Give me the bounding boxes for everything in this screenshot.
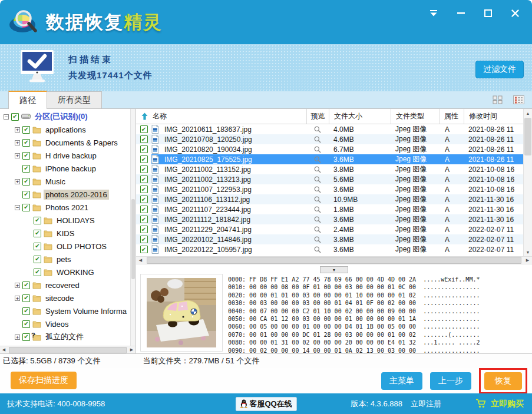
file-row[interactable]: ✔IMG_20210825_175525.jpg3.6MBJpeg 图像A202…: [136, 154, 523, 164]
preview-magnifier-icon[interactable]: [306, 174, 329, 184]
recover-button[interactable]: 恢复: [484, 372, 522, 390]
hscroll-right-arrow[interactable]: ▶: [523, 258, 532, 263]
tree-checkbox[interactable]: ✔: [22, 126, 30, 134]
tree-expander-icon[interactable]: +: [15, 283, 20, 288]
tree-checkbox[interactable]: ✔: [22, 178, 30, 186]
tree-item[interactable]: ✔Videos: [0, 317, 130, 330]
tree-item[interactable]: ✔iPhone backup: [0, 162, 130, 175]
tree-item[interactable]: ✔photos 2020-2016: [0, 188, 130, 201]
tree-item[interactable]: ✔KIDS: [0, 227, 130, 240]
tree-expander-icon[interactable]: −: [15, 205, 20, 210]
preview-magnifier-icon[interactable]: [306, 164, 329, 174]
file-row[interactable]: ✔IMG_20220102_114846.jpg3.8MBJpeg 图像A202…: [136, 234, 523, 244]
file-row[interactable]: ✔IMG_20211007_122953.jpg3.6MBJpeg 图像A202…: [136, 184, 523, 194]
tree-checkbox[interactable]: ✔: [34, 256, 41, 263]
filter-files-button[interactable]: 过滤文件: [475, 61, 524, 78]
preview-magnifier-icon[interactable]: [306, 194, 329, 204]
file-checkbox[interactable]: ✔: [140, 135, 148, 143]
file-row[interactable]: ✔IMG_20210611_183637.jpg4.0MBJpeg 图像A202…: [136, 124, 523, 134]
file-row[interactable]: ✔IMG_20211107_223444.jpg1.8MBJpeg 图像A202…: [136, 204, 523, 214]
tree-hscroll-left-arrow[interactable]: ◀: [0, 347, 8, 352]
tree-item[interactable]: +✔?孤立的文件: [0, 330, 130, 343]
preview-magnifier-icon[interactable]: [306, 124, 329, 134]
preview-magnifier-icon[interactable]: [306, 184, 329, 194]
preview-magnifier-icon[interactable]: [306, 134, 329, 144]
qq-support-button[interactable]: 客服QQ在线: [235, 397, 296, 411]
tree-checkbox[interactable]: ✔: [22, 320, 30, 328]
tree-item[interactable]: −✔Photos 2021: [0, 201, 130, 214]
vscroll-up-arrow[interactable]: ▲: [524, 109, 532, 117]
hscroll-thumb[interactable]: [147, 257, 521, 264]
file-checkbox[interactable]: ✔: [140, 226, 148, 233]
tree-checkbox[interactable]: ✔: [22, 294, 30, 302]
tree-checkbox[interactable]: ✔: [22, 152, 30, 160]
file-row[interactable]: ✔IMG_20210820_190034.jpg6.7MBJpeg 图像A202…: [136, 144, 523, 154]
vscroll-thumb[interactable]: [524, 118, 531, 155]
save-scan-progress-button[interactable]: 保存扫描进度: [11, 372, 77, 389]
register-link[interactable]: 立即注册: [411, 399, 441, 409]
tree-hscroll-right-arrow[interactable]: ▶: [128, 347, 136, 352]
main-menu-button[interactable]: 主菜单: [381, 372, 422, 390]
file-checkbox[interactable]: ✔: [140, 196, 148, 203]
tree-checkbox[interactable]: ✔: [22, 281, 30, 289]
tree-item[interactable]: +✔applications: [0, 123, 130, 136]
tree-item[interactable]: ✔OLD PHOTOS: [0, 240, 130, 253]
tree-checkbox[interactable]: ✔: [34, 269, 41, 276]
file-checkbox[interactable]: ✔: [140, 125, 148, 133]
file-list-vertical-scrollbar[interactable]: ▲ ▼: [523, 109, 532, 256]
tree-expander-icon[interactable]: −: [4, 114, 9, 120]
tree-checkbox[interactable]: ✔: [22, 333, 30, 341]
tree-item[interactable]: +✔sitecode: [0, 292, 130, 304]
preview-magnifier-icon[interactable]: [306, 244, 329, 254]
tree-vscroll-thumb[interactable]: [131, 199, 135, 280]
tree-checkbox[interactable]: ✔: [34, 217, 41, 224]
tree-expander-icon[interactable]: +: [15, 296, 20, 301]
preview-magnifier-icon[interactable]: [306, 204, 329, 214]
tree-checkbox[interactable]: ✔: [34, 230, 41, 237]
tree-expander-icon[interactable]: +: [15, 127, 20, 133]
file-checkbox[interactable]: ✔: [140, 206, 148, 213]
file-checkbox[interactable]: ✔: [140, 236, 148, 243]
tab-all-types[interactable]: 所有类型: [47, 91, 102, 108]
file-checkbox[interactable]: ✔: [140, 145, 148, 153]
tree-expander-icon[interactable]: +: [15, 153, 20, 158]
preview-magnifier-icon[interactable]: [306, 234, 329, 244]
preview-magnifier-icon[interactable]: [306, 154, 329, 164]
buy-now-button[interactable]: 立即购买: [475, 399, 524, 409]
grid-view-button[interactable]: [491, 94, 504, 105]
file-row[interactable]: ✔IMG_20210708_120250.jpg4.6MBJpeg 图像A202…: [136, 134, 523, 144]
tree-checkbox[interactable]: ✔: [22, 307, 30, 315]
preview-magnifier-icon[interactable]: [306, 144, 329, 154]
tree-expander-icon[interactable]: +: [15, 140, 20, 145]
preview-magnifier-icon[interactable]: [306, 224, 329, 234]
column-header-attr[interactable]: 属性: [439, 109, 464, 124]
tree-expander-icon[interactable]: +: [15, 179, 20, 184]
file-row[interactable]: ✔IMG_20211229_204741.jpg2.4MBJpeg 图像A202…: [136, 224, 523, 234]
file-checkbox[interactable]: ✔: [140, 246, 148, 253]
tree-horizontal-scrollbar[interactable]: ◀ ▶: [0, 346, 136, 353]
tree-item[interactable]: ✔HOLIDAYS: [0, 214, 130, 227]
detail-view-button[interactable]: [512, 94, 525, 105]
file-checkbox[interactable]: ✔: [140, 186, 148, 193]
tree-expander-icon[interactable]: +: [15, 334, 20, 340]
column-header-size[interactable]: 文件大小: [329, 109, 391, 124]
tab-path[interactable]: 路径: [8, 91, 47, 109]
tree-item[interactable]: −✔分区(已识别)(0): [0, 110, 130, 123]
tree-item[interactable]: ✔WORKING: [0, 266, 130, 279]
tree-item[interactable]: ✔pets: [0, 253, 130, 266]
hscroll-left-arrow[interactable]: ◀: [136, 258, 145, 263]
file-row[interactable]: ✔IMG_20211002_113213.jpg5.6MBJpeg 图像A202…: [136, 174, 523, 184]
tree-hscroll-thumb[interactable]: [9, 347, 127, 353]
tree-item[interactable]: ✔System Volume Informa: [0, 304, 130, 317]
file-list-horizontal-scrollbar[interactable]: ◀ ▶: [136, 256, 532, 264]
file-checkbox[interactable]: ✔: [140, 155, 148, 163]
file-row[interactable]: ✔IMG_20211002_113152.jpg3.8MBJpeg 图像A202…: [136, 164, 523, 174]
tree-item[interactable]: +✔Music: [0, 175, 130, 188]
tree-checkbox[interactable]: ✔: [11, 113, 19, 121]
previous-step-button[interactable]: 上一步: [430, 372, 471, 390]
tree-item[interactable]: +✔Documents & Papers: [0, 136, 130, 149]
tree-item[interactable]: +✔recovered: [0, 279, 130, 292]
file-checkbox[interactable]: ✔: [140, 216, 148, 223]
column-header-name[interactable]: 名称: [136, 109, 306, 124]
file-row[interactable]: ✔IMG_20211106_113112.jpg10.9MBJpeg 图像A20…: [136, 194, 523, 204]
